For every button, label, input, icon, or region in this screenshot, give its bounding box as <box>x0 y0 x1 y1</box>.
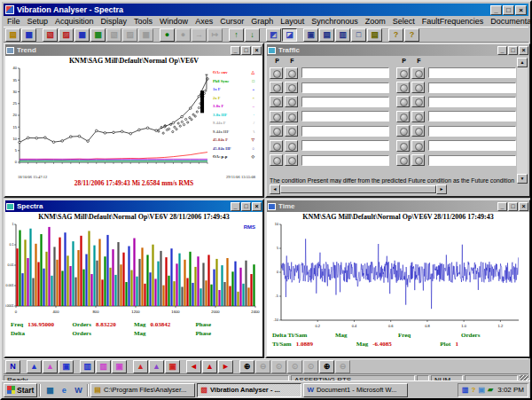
traffic-channel-field[interactable] <box>301 97 389 107</box>
view-extra-1[interactable]: ▧ <box>106 28 121 42</box>
spectrum-cascade[interactable]: ▣ <box>59 360 74 373</box>
scroll-up-icon[interactable]: ▲ <box>517 58 528 67</box>
future-led[interactable] <box>411 111 425 122</box>
time-close-button[interactable]: × <box>519 202 528 211</box>
task-button[interactable]: ▨ Vibration Analyser - ... <box>197 383 301 397</box>
traffic-close-button[interactable]: × <box>519 46 528 55</box>
traffic-title-bar[interactable]: Traffic _ □ × <box>267 44 529 56</box>
word-shortcut[interactable]: W <box>71 383 85 396</box>
help[interactable]: ? <box>388 28 403 42</box>
menu-item[interactable]: Synchronous <box>308 17 362 26</box>
window-tile-horizontal[interactable]: ▤ <box>319 28 334 42</box>
present-led[interactable] <box>396 96 410 107</box>
snapshot[interactable]: ▦ <box>21 28 36 42</box>
traffic-channel-field[interactable] <box>428 111 516 122</box>
traffic-horizontal-scrollbar[interactable]: ◄ ► <box>270 184 447 194</box>
traffic-channel-field[interactable] <box>301 155 389 166</box>
cursor-single[interactable]: ◩ <box>266 28 281 42</box>
spectra-minimize-button[interactable]: _ <box>231 202 240 211</box>
future-led[interactable] <box>285 140 298 152</box>
zoom-y[interactable]: ⊙ <box>303 360 318 373</box>
present-led[interactable] <box>270 154 283 166</box>
spectra-close-button[interactable]: × <box>252 202 262 211</box>
present-led[interactable] <box>396 82 410 93</box>
traffic-maximize-button[interactable]: □ <box>508 46 518 55</box>
bars-blue[interactable]: ▥ <box>80 360 95 373</box>
zoom-in[interactable]: ⊕ <box>239 360 254 373</box>
cursor-right[interactable]: ► <box>218 360 233 373</box>
tray-display[interactable]: ▣ <box>478 387 485 394</box>
traffic-channel-field[interactable] <box>301 82 389 93</box>
menu-item[interactable]: Layout <box>277 17 308 26</box>
traffic-channel-field[interactable] <box>301 140 389 151</box>
open-file[interactable]: ▤ <box>5 28 20 42</box>
traffic-channel-field[interactable] <box>301 67 389 78</box>
future-led[interactable] <box>285 82 298 93</box>
tray-volume[interactable]: ▥ <box>462 387 469 394</box>
future-led[interactable] <box>411 125 425 137</box>
legend-item[interactable]: 3-8x HF· <box>211 111 257 120</box>
present-led[interactable] <box>270 111 283 122</box>
task-button[interactable]: ▤ C:\Program Files\Analyser... <box>90 383 195 397</box>
present-led[interactable] <box>270 125 283 137</box>
future-led[interactable] <box>285 111 298 122</box>
future-led[interactable] <box>411 67 425 79</box>
window-cascade[interactable]: ▣ <box>303 28 318 42</box>
present-led[interactable] <box>270 96 283 107</box>
trend-title-bar[interactable]: Trend _ □ × <box>5 44 262 56</box>
traffic-channel-field[interactable] <box>428 155 516 166</box>
legend-item[interactable]: 45-84x HF○ <box>211 145 257 153</box>
normalize[interactable]: N <box>5 360 20 373</box>
traffic-channel-field[interactable] <box>301 126 389 137</box>
future-led[interactable] <box>285 154 298 166</box>
menu-item[interactable]: Documentations <box>487 17 532 26</box>
future-led[interactable] <box>285 67 298 79</box>
time-minimize-button[interactable]: _ <box>497 202 507 211</box>
time-title-bar[interactable]: Time _ □ × <box>267 200 529 212</box>
menu-item[interactable]: FaultFrequencies <box>419 17 488 26</box>
cursor-peak[interactable]: ▲ <box>202 360 217 373</box>
tray-analyser[interactable]: ▰ <box>488 387 493 394</box>
cursor-left[interactable]: ◄ <box>186 360 201 373</box>
internet-explorer[interactable]: e <box>57 383 71 396</box>
view-extra-3[interactable]: ▦ <box>138 28 153 42</box>
trend-close-button[interactable]: × <box>252 46 262 55</box>
menu-item[interactable]: Window <box>156 17 192 26</box>
menu-item[interactable]: Tools <box>130 17 156 26</box>
zoom-x[interactable]: ⊙ <box>287 360 302 373</box>
legend-item[interactable]: OA: p-p◇ <box>211 153 257 161</box>
traffic-channel-field[interactable] <box>428 140 516 151</box>
move-up[interactable]: ↑ <box>229 28 244 42</box>
close-button[interactable]: × <box>515 5 527 15</box>
print[interactable]: ▤ <box>367 28 382 42</box>
spectra-title-bar[interactable]: Spectra _ □ × <box>5 200 262 212</box>
scroll-right-icon[interactable]: ► <box>436 184 447 194</box>
spectrum-pink[interactable]: ▲ <box>43 360 58 373</box>
zoom-out[interactable]: ⊖ <box>255 360 270 373</box>
trend-plot[interactable]: 0510152025303540 <box>5 65 211 175</box>
acquire-stop[interactable]: ● <box>176 28 191 42</box>
window-arrange[interactable]: □ <box>351 28 366 42</box>
spectra-maximize-button[interactable]: □ <box>241 202 251 211</box>
legend-item[interactable]: 2x F× <box>211 94 257 103</box>
future-led[interactable] <box>411 140 425 152</box>
traffic-channel-field[interactable] <box>428 126 516 137</box>
view-extra-2[interactable]: ▨ <box>122 28 137 42</box>
minimize-button[interactable]: _ <box>490 5 502 15</box>
step-end[interactable]: ↦ <box>207 28 223 42</box>
future-led[interactable] <box>285 125 298 137</box>
present-led[interactable] <box>396 67 410 79</box>
spectra-view[interactable]: ▨ <box>59 28 74 42</box>
present-led[interactable] <box>396 154 410 166</box>
menu-item[interactable]: Acquisition <box>51 17 98 26</box>
legend-item[interactable]: 9-44x F/ <box>211 119 257 128</box>
menu-item[interactable]: Cursor <box>216 17 247 26</box>
trace-purple[interactable]: ▲ <box>149 360 164 373</box>
traffic-channel-field[interactable] <box>301 111 389 122</box>
menu-item[interactable]: Zoom <box>362 17 389 26</box>
future-led[interactable] <box>285 96 298 107</box>
present-led[interactable] <box>396 140 410 152</box>
tray-scheduler[interactable]: ? <box>472 387 476 394</box>
spectrum-blue[interactable]: ▲ <box>27 360 42 373</box>
scroll-down-icon[interactable]: ▼ <box>517 174 528 184</box>
